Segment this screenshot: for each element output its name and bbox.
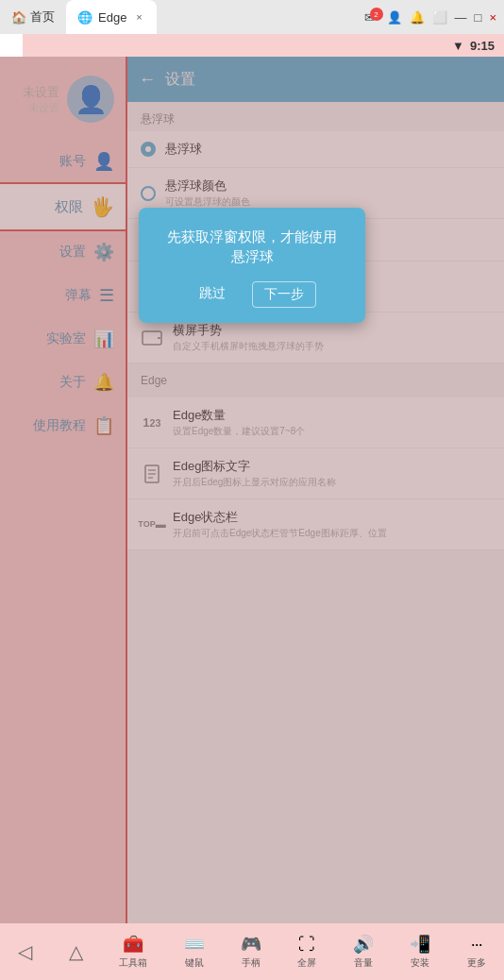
tab-edge[interactable]: 🌐 Edge × xyxy=(66,0,157,34)
edge-tab-icon: 🌐 xyxy=(77,10,92,25)
alert-icon[interactable]: 🔔 xyxy=(410,10,425,25)
nav-toolbox[interactable]: 🧰 工具箱 xyxy=(119,934,147,970)
gamepad-label: 手柄 xyxy=(242,956,260,970)
tab-edge-label: Edge xyxy=(98,10,126,25)
toolbox-icon: 🧰 xyxy=(123,934,143,955)
keyboard-label: 键鼠 xyxy=(185,956,204,970)
white-square-indicator xyxy=(0,34,23,57)
status-bar: ▼ 9:15 xyxy=(0,34,504,57)
nav-gamepad[interactable]: 🎮 手柄 xyxy=(241,934,261,970)
notifications-icon[interactable]: ✉ 2 xyxy=(361,8,379,26)
chrome-actions: ✉ 2 👤 🔔 ⬜ — □ × xyxy=(361,8,504,26)
more-icon: ··· xyxy=(471,935,482,955)
maximize-button[interactable]: □ xyxy=(475,10,482,25)
nav-volume[interactable]: 🔊 音量 xyxy=(353,934,374,970)
close-button[interactable]: × xyxy=(489,10,496,25)
volume-icon: 🔊 xyxy=(353,934,374,955)
back-arrow-icon: ◁ xyxy=(18,940,32,963)
more-label: 更多 xyxy=(467,956,486,970)
time-display: 9:15 xyxy=(470,39,495,53)
cast-icon[interactable]: ⬜ xyxy=(432,10,447,25)
tab-home-label: 首页 xyxy=(30,8,55,25)
nav-install[interactable]: 📲 安装 xyxy=(410,934,430,970)
main-area: 未设置 未设置 👤 账号 👤 权限 🖐 设置 ⚙️ xyxy=(0,57,504,923)
tab-home[interactable]: 🏠 首页 xyxy=(0,0,66,34)
nav-fullscreen[interactable]: ⛶ 全屏 xyxy=(297,935,316,970)
nav-back[interactable]: ◁ xyxy=(18,940,32,963)
wifi-icon: ▼ xyxy=(452,39,464,53)
minimize-button[interactable]: — xyxy=(455,10,467,25)
toolbox-label: 工具箱 xyxy=(119,956,147,970)
popup-dialog: 先获取浮窗权限，才能使用悬浮球 跳过 下一步 xyxy=(139,208,365,323)
tab-close-button[interactable]: × xyxy=(132,10,145,24)
gamepad-icon: 🎮 xyxy=(241,934,261,955)
install-label: 安装 xyxy=(411,956,429,970)
browser-chrome: 🏠 首页 🌐 Edge × ✉ 2 👤 🔔 ⬜ — □ × xyxy=(0,0,504,34)
nav-more[interactable]: ··· 更多 xyxy=(467,935,486,970)
popup-next-button[interactable]: 下一步 xyxy=(252,281,316,308)
popup-title: 先获取浮窗权限，才能使用悬浮球 xyxy=(161,227,343,266)
user-icon[interactable]: 👤 xyxy=(387,10,402,25)
fullscreen-icon: ⛶ xyxy=(298,935,315,955)
notification-badge: 2 xyxy=(370,8,383,21)
nav-keyboard[interactable]: ⌨️ 键鼠 xyxy=(184,934,205,970)
home-icon: 🏠 xyxy=(11,10,26,25)
install-icon: 📲 xyxy=(410,934,430,955)
nav-home[interactable]: △ xyxy=(69,940,83,963)
keyboard-icon: ⌨️ xyxy=(184,934,205,955)
volume-label: 音量 xyxy=(354,956,373,970)
popup-skip-button[interactable]: 跳过 xyxy=(188,281,237,308)
popup-buttons: 跳过 下一步 xyxy=(161,281,343,308)
home-nav-icon: △ xyxy=(69,940,83,963)
popup-overlay: 先获取浮窗权限，才能使用悬浮球 跳过 下一步 xyxy=(0,57,504,923)
fullscreen-label: 全屏 xyxy=(297,956,316,970)
bottom-nav: ◁ △ 🧰 工具箱 ⌨️ 键鼠 🎮 手柄 ⛶ 全屏 🔊 音量 📲 安装 ··· … xyxy=(0,923,504,980)
